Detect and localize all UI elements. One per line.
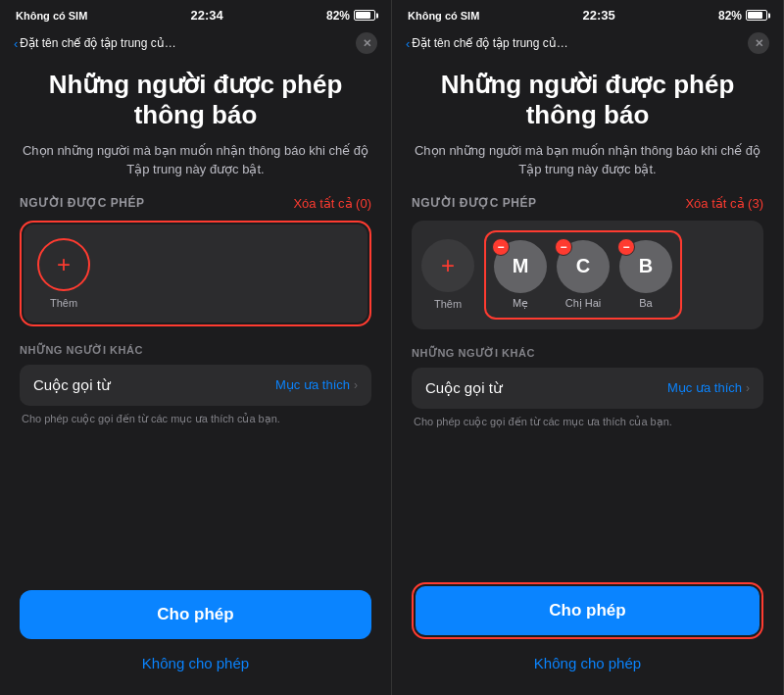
calls-right-1: Mục ưa thích › xyxy=(275,377,358,392)
allow-button-1[interactable]: Cho phép xyxy=(20,590,371,639)
avatar-me: − M xyxy=(494,240,547,293)
deny-button-1[interactable]: Không cho phép xyxy=(20,651,371,675)
bottom-section-2: Cho phép Không cho phép xyxy=(412,582,763,685)
nav-title-text-2: Đặt tên chế độ tập trung của bạn xyxy=(412,36,568,50)
section-header-2: Người được phép Xóa tất cả (3) xyxy=(412,196,763,211)
close-icon-2: ✕ xyxy=(755,37,763,50)
battery-icon-2 xyxy=(746,10,767,21)
calls-row-2[interactable]: Cuộc gọi từ Mục ưa thích › xyxy=(412,368,763,409)
battery-icon-1 xyxy=(354,10,375,21)
name-chi-hai: Chị Hai xyxy=(565,297,602,310)
calls-right-text-2: Mục ưa thích xyxy=(667,380,742,395)
subtitle-1: Chọn những người mà bạn muốn nhận thông … xyxy=(20,142,371,177)
name-ba: Ba xyxy=(639,297,652,309)
calls-chevron-1: › xyxy=(354,378,358,392)
calls-label-1: Cuộc gọi từ xyxy=(33,376,111,394)
battery-pct-1: 82% xyxy=(326,9,350,23)
battery-fill-1 xyxy=(356,12,370,19)
carrier-2: Không có SIM xyxy=(408,10,479,22)
close-icon-1: ✕ xyxy=(363,37,371,50)
add-label-2: Thêm xyxy=(434,298,462,310)
add-button-1[interactable]: + Thêm xyxy=(37,238,90,309)
carrier-1: Không có SIM xyxy=(16,10,87,22)
back-button-1[interactable]: ‹ Đặt tên chế độ tập trung của bạn xyxy=(14,36,356,51)
calls-label-2: Cuộc gọi từ xyxy=(425,379,503,397)
remove-ba[interactable]: − xyxy=(617,238,635,256)
back-chevron-2: ‹ xyxy=(406,36,410,51)
status-bar-1: Không có SIM 22:34 82% xyxy=(0,0,391,26)
subtitle-2: Chọn những người mà bạn muốn nhận thông … xyxy=(412,142,763,177)
time-1: 22:34 xyxy=(191,8,223,23)
remove-chi-hai[interactable]: − xyxy=(555,238,572,256)
calls-right-text-1: Mục ưa thích xyxy=(275,377,350,392)
back-chevron-1: ‹ xyxy=(14,36,18,51)
add-button-2[interactable]: + Thêm xyxy=(421,239,474,310)
contacts-area-2: + Thêm − M Mẹ − C Chị Hai xyxy=(412,221,763,329)
nav-bar-2: ‹ Đặt tên chế độ tập trung của bạn ✕ xyxy=(392,26,783,60)
deny-button-2[interactable]: Không cho phép xyxy=(412,651,763,675)
clear-all-2[interactable]: Xóa tất cả (3) xyxy=(685,196,763,211)
section-label-2: Người được phép xyxy=(412,196,537,210)
allow-button-2[interactable]: Cho phép xyxy=(416,586,760,635)
battery-status-1: 82% xyxy=(326,9,375,23)
add-label-1: Thêm xyxy=(50,297,77,309)
battery-status-2: 82% xyxy=(718,9,767,23)
calls-row-1[interactable]: Cuộc gọi từ Mục ưa thích › xyxy=(20,365,371,406)
content-2: Những người được phép thông báo Chọn nhữ… xyxy=(392,60,783,695)
section-label-1: Người được phép xyxy=(20,196,145,210)
avatar-chi-hai: − C xyxy=(557,240,610,293)
calls-chevron-2: › xyxy=(746,381,750,395)
contact-chi-hai: − C Chị Hai xyxy=(557,240,610,310)
main-title-1: Những người được phép thông báo xyxy=(20,70,371,130)
contact-ba: − B Ba xyxy=(619,240,672,310)
bottom-section-1: Cho phép Không cho phép xyxy=(20,590,371,685)
calls-desc-2: Cho phép cuộc gọi đến từ các mục ưa thíc… xyxy=(412,415,763,429)
add-circle-1: + xyxy=(37,238,90,291)
back-button-2[interactable]: ‹ Đặt tên chế độ tập trung của bạn xyxy=(406,36,748,51)
section-header-1: Người được phép Xóa tất cả (0) xyxy=(20,196,371,211)
name-me: Mẹ xyxy=(513,297,528,310)
others-label-2: NHỮNG NGƯỜI KHÁC xyxy=(412,347,763,360)
close-button-2[interactable]: ✕ xyxy=(748,32,769,54)
calls-desc-1: Cho phép cuộc gọi đến từ các mục ưa thíc… xyxy=(20,412,371,426)
time-2: 22:35 xyxy=(583,8,615,23)
contacts-area-1: + Thêm xyxy=(24,224,368,323)
add-circle-2: + xyxy=(421,239,474,292)
status-bar-2: Không có SIM 22:35 82% xyxy=(392,0,783,26)
others-label-1: NHỮNG NGƯỜI KHÁC xyxy=(20,344,371,357)
nav-bar-1: ‹ Đặt tên chế độ tập trung của bạn ✕ xyxy=(0,26,391,60)
battery-pct-2: 82% xyxy=(718,9,742,23)
main-title-2: Những người được phép thông báo xyxy=(412,70,763,130)
nav-title-text-1: Đặt tên chế độ tập trung của bạn xyxy=(20,36,176,50)
calls-right-2: Mục ưa thích › xyxy=(667,380,750,395)
contact-me: − M Mẹ xyxy=(494,240,547,310)
screen-1: Không có SIM 22:34 82% ‹ Đặt tên chế độ … xyxy=(0,0,392,695)
content-1: Những người được phép thông báo Chọn nhữ… xyxy=(0,60,391,695)
close-button-1[interactable]: ✕ xyxy=(356,32,377,54)
contacts-highlighted: − M Mẹ − C Chị Hai − B xyxy=(484,230,682,320)
battery-fill-2 xyxy=(748,12,762,19)
remove-me[interactable]: − xyxy=(492,238,510,256)
avatar-ba: − B xyxy=(619,240,672,293)
screen-2: Không có SIM 22:35 82% ‹ Đặt tên chế độ … xyxy=(392,0,784,695)
clear-all-1[interactable]: Xóa tất cả (0) xyxy=(293,196,371,211)
